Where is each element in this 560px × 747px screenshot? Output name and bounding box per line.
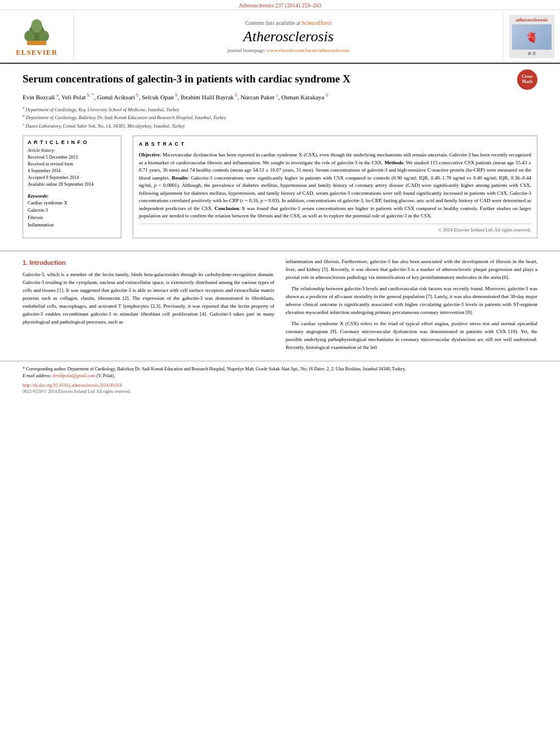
svg-point-4 xyxy=(31,19,42,33)
article-main: CrossMark Serum concentrations of galect… xyxy=(0,64,560,244)
footnotes: * Corresponding author. Department of Ca… xyxy=(0,361,560,382)
article-title: Serum concentrations of galectin-3 in pa… xyxy=(23,72,537,86)
svg-point-3 xyxy=(39,30,49,42)
elsevier-wordmark: ELSEVIER xyxy=(16,48,58,57)
abstract-text: Objective: Microvascular dysfunction has… xyxy=(139,151,531,220)
title-section: CrossMark Serum concentrations of galect… xyxy=(23,72,537,86)
footnote-star: * Corresponding author. Department of Ca… xyxy=(23,366,537,373)
svg-rect-5 xyxy=(27,41,46,45)
body-col-right: inflammation and fibrosis. Furthermore, … xyxy=(286,258,537,355)
homepage-link[interactable]: www.elsevier.com/locate/atherosclerosis xyxy=(267,47,349,53)
body-text: 1. Introduction Galectin-3, which is a m… xyxy=(0,258,560,355)
abstract-box: A B S T R A C T Objective: Microvascular… xyxy=(133,136,537,239)
authors-line: Evin Bozcali a, Veli Polat b, *, Gonul A… xyxy=(23,92,537,102)
crossmark-badge[interactable]: CrossMark xyxy=(517,69,537,90)
journal-thumbnail: atherosclerosis 🫀 ⊞ ☰ xyxy=(509,15,554,58)
article-info-abstract: A R T I C L E I N F O Article history: R… xyxy=(23,136,537,239)
section1-heading: 1. Introduction xyxy=(23,258,274,268)
email-link[interactable]: drvelipolat@gmail.com xyxy=(53,373,95,378)
body-col-left: 1. Introduction Galectin-3, which is a m… xyxy=(23,258,274,355)
section-divider xyxy=(0,251,560,251)
article-history: Article history: Received 5 December 201… xyxy=(28,147,116,188)
journal-reference: Atherosclerosis 237 (2014) 259–263 xyxy=(0,0,560,10)
article-info-box: A R T I C L E I N F O Article history: R… xyxy=(23,136,121,239)
thumb-image: 🫀 xyxy=(512,24,552,50)
article-info-title: A R T I C L E I N F O xyxy=(28,139,116,145)
intro-para-3: The relationship between galectin-3 leve… xyxy=(286,285,537,317)
affiliations: a Department of Cardiology, Koç Universi… xyxy=(23,105,537,130)
keywords-section: Keywords: Cardiac syndrome XGalectin-3Fi… xyxy=(28,193,116,229)
svg-point-2 xyxy=(24,30,34,42)
doi-line: http://dx.doi.org/10.1016/j.atherosclero… xyxy=(0,382,560,389)
doi-link[interactable]: http://dx.doi.org/10.1016/j.atherosclero… xyxy=(23,383,122,388)
journal-homepage: journal homepage: www.elsevier.com/locat… xyxy=(228,47,349,53)
abstract-title: A B S T R A C T xyxy=(139,141,531,148)
issn-line: 0021-9150/© 2014 Elsevier Ireland Ltd. A… xyxy=(0,389,560,396)
elsevier-logo: ELSEVIER xyxy=(6,15,68,58)
footnote-email: E-mail address: drvelipolat@gmail.com (V… xyxy=(23,373,537,379)
sciencedirect-link[interactable]: ScienceDirect xyxy=(301,20,331,26)
copyright-line: © 2014 Elsevier Ireland Ltd. All rights … xyxy=(139,224,531,234)
intro-para-2: inflammation and fibrosis. Furthermore, … xyxy=(286,258,537,282)
intro-para-1: Galectin-3, which is a member of the lec… xyxy=(23,271,274,326)
contents-line: Contents lists available at ScienceDirec… xyxy=(245,20,331,26)
journal-center-header: Contents lists available at ScienceDirec… xyxy=(73,15,504,58)
journal-title: Atherosclerosis xyxy=(243,28,334,45)
elsevier-tree-icon xyxy=(17,16,56,47)
journal-header: ELSEVIER Contents lists available at Sci… xyxy=(0,10,560,64)
intro-para-4: The cardiac syndrome X (CSX) refers to t… xyxy=(286,320,537,352)
